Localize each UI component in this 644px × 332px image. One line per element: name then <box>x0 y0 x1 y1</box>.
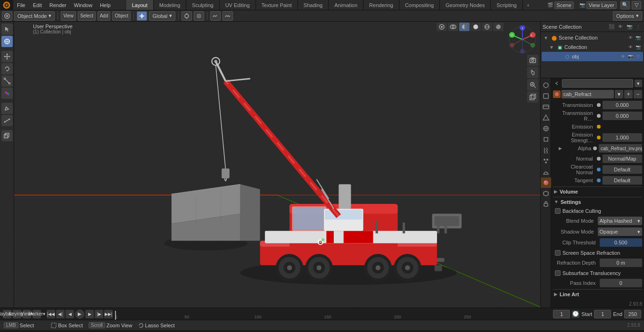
menu-help[interactable]: Help <box>96 0 115 10</box>
tool-transform[interactable] <box>1 88 13 99</box>
perspective-icon[interactable] <box>527 91 538 103</box>
props-tab-physics[interactable] <box>541 167 551 177</box>
emission-strengt-value[interactable]: 1.000 <box>603 133 643 142</box>
normal-dot[interactable] <box>597 157 601 161</box>
tree-item-collection[interactable]: ▼ ▣ Collection 👁 📷 <box>542 42 643 52</box>
view-menu-btn[interactable]: View <box>61 11 76 21</box>
tool-add-cube[interactable] <box>1 130 13 141</box>
normal-value[interactable]: Normal/Map <box>603 154 643 163</box>
outliner-filter-btn[interactable]: ⬛ <box>608 23 615 31</box>
add-workspace-button[interactable]: + <box>523 2 533 8</box>
transmission-value[interactable]: 0.000 <box>603 101 643 109</box>
transmission-r-dot[interactable] <box>597 114 601 118</box>
mode-icon-btn[interactable] <box>2 11 12 21</box>
settings-section-header[interactable]: ▼ Settings <box>553 197 642 206</box>
tab-shading[interactable]: Shading <box>298 0 329 10</box>
tool-annotate[interactable] <box>1 103 13 114</box>
view-layer-selector[interactable]: 📷 View Layer <box>578 1 619 9</box>
clip-threshold-value[interactable]: 0.500 <box>600 238 643 247</box>
tangent-dot[interactable] <box>597 178 601 182</box>
wave-btn[interactable] <box>210 11 221 21</box>
tab-geometry-nodes[interactable]: Geometry Nodes <box>440 0 491 10</box>
tool-move[interactable] <box>1 51 13 62</box>
props-tab-render[interactable] <box>541 80 551 90</box>
props-tab-material[interactable] <box>541 178 551 188</box>
tab-layout[interactable]: Layout <box>126 0 154 10</box>
collection-render-btn[interactable]: 📷 <box>635 34 641 41</box>
layer-name[interactable]: View Layer <box>586 1 617 9</box>
material-add-btn[interactable]: + <box>624 90 633 98</box>
next-frame-btn[interactable]: ▶ <box>85 310 94 318</box>
tab-animation[interactable]: Animation <box>329 0 363 10</box>
snap-btn[interactable] <box>182 11 192 21</box>
material-options-btn[interactable]: ▾ <box>615 90 623 98</box>
tab-sculpting[interactable]: Sculpting <box>186 0 219 10</box>
tab-compositing[interactable]: Compositing <box>399 0 440 10</box>
outliner-more-btn[interactable]: ⋮ <box>635 23 642 31</box>
object-mode-dropdown[interactable]: Object Mode ▾ <box>14 11 55 21</box>
props-tab-constraints[interactable] <box>541 199 551 210</box>
viewport-solid-btn[interactable] <box>471 23 481 31</box>
obj-filter-btn[interactable]: ▽ <box>635 53 641 60</box>
transform-dropdown[interactable]: Global ▾ <box>149 11 175 21</box>
topbar-search-icon[interactable]: 🔍 <box>620 1 630 9</box>
viewport-3d[interactable]: User Perspective (1) Collection | obj <box>14 22 540 308</box>
tool-cursor[interactable] <box>1 36 13 47</box>
clearcoat-normal-dot[interactable] <box>597 168 601 171</box>
play-end-btn[interactable]: ▶▶| <box>104 310 113 318</box>
viewport-overlay-btn[interactable] <box>448 23 458 31</box>
outliner-hide-btn[interactable]: 👁 <box>617 23 624 31</box>
emission-strengt-dot[interactable] <box>597 136 601 139</box>
props-tab-modifier[interactable] <box>541 145 551 155</box>
menu-file[interactable]: File <box>13 0 29 10</box>
props-tab-object[interactable] <box>541 134 551 145</box>
viewport-wireframe-btn[interactable] <box>482 23 492 31</box>
backface-culling-checkbox[interactable] <box>555 208 561 214</box>
viewport-shading-btn[interactable] <box>459 23 470 31</box>
prev-frame-btn[interactable]: ◀ <box>66 310 74 318</box>
proportional-btn[interactable] <box>194 11 204 21</box>
shadow-mode-dropdown[interactable]: Opaque ▾ <box>598 227 643 236</box>
props-tab-output[interactable] <box>541 91 551 101</box>
props-tab-particles[interactable] <box>541 156 551 166</box>
alpha-texture-value[interactable]: cab_Refract_inv.png <box>599 144 642 153</box>
tangent-value[interactable]: Default <box>603 176 643 185</box>
prev-key-btn[interactable]: ◀| <box>56 310 65 318</box>
props-tab-data[interactable] <box>541 188 551 199</box>
screen-space-refraction-checkbox[interactable] <box>555 250 561 256</box>
viewport-rendered-btn[interactable] <box>493 23 504 31</box>
tab-rendering[interactable]: Rendering <box>363 0 399 10</box>
props-back-btn[interactable] <box>553 80 561 87</box>
tool-rotate[interactable] <box>1 63 13 74</box>
hand-icon[interactable] <box>527 67 538 78</box>
wave2-btn[interactable] <box>223 11 233 21</box>
select-menu-btn[interactable]: Select <box>78 11 96 21</box>
tab-uv-editing[interactable]: UV Editing <box>220 0 256 10</box>
end-frame-input[interactable]: 250 <box>624 310 641 318</box>
outliner-render-btn[interactable]: 📷 <box>626 23 633 31</box>
collection2-hide-btn[interactable]: 👁 <box>627 44 634 50</box>
object-menu-btn[interactable]: Object <box>112 11 131 21</box>
material-name-dropdown[interactable]: cab_Refract <box>561 90 614 98</box>
blend-mode-dropdown[interactable]: Alpha Hashed ▾ <box>598 217 643 225</box>
menu-render[interactable]: Render <box>46 0 70 10</box>
play-pause-btn[interactable]: ▶ <box>75 309 84 319</box>
playhead[interactable] <box>115 311 116 320</box>
viewport-render-mode-btn[interactable] <box>437 23 447 31</box>
tree-item-scene-collection[interactable]: ▼ ⬤ Scene Collection 👁 📷 <box>542 33 643 42</box>
transmission-dot[interactable] <box>597 103 601 107</box>
material-remove-btn[interactable]: − <box>634 90 642 98</box>
zoom-icon[interactable] <box>527 79 538 90</box>
tab-texture-paint[interactable]: Texture Paint <box>256 0 298 10</box>
props-options-btn[interactable]: ▾ <box>635 80 642 87</box>
current-frame-input[interactable]: 1 <box>553 310 570 318</box>
volume-section-header[interactable]: ▶ Volume <box>553 186 642 196</box>
timeline-ruler[interactable]: 1 50 100 150 200 250 <box>115 308 551 320</box>
transmission-r-value[interactable]: 0.000 <box>603 112 643 120</box>
keying-dropdown[interactable]: Keying ▾ <box>13 310 21 318</box>
emission-dot[interactable] <box>597 125 601 129</box>
add-menu-btn[interactable]: Add <box>98 11 111 21</box>
obj-render-btn[interactable]: 📷 <box>627 53 634 60</box>
scene-selector[interactable]: 🎬 Scene <box>545 1 576 9</box>
tool-measure[interactable] <box>1 115 13 126</box>
